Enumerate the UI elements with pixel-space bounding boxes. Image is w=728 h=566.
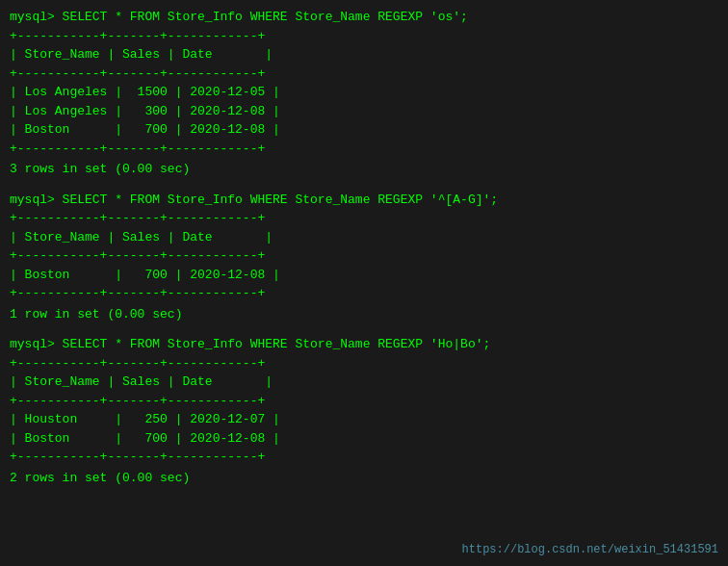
table-3: +-----------+-------+------------+ | Sto… xyxy=(10,354,718,467)
query-block-3: mysql> SELECT * FROM Store_Info WHERE St… xyxy=(10,335,718,487)
command-3: mysql> SELECT * FROM Store_Info WHERE St… xyxy=(10,335,718,354)
watermark: https://blog.csdn.net/weixin_51431591 xyxy=(462,543,718,556)
result-1: 3 rows in set (0.00 sec) xyxy=(10,160,718,179)
terminal-window: mysql> SELECT * FROM Store_Info WHERE St… xyxy=(10,8,718,487)
result-2: 1 row in set (0.00 sec) xyxy=(10,305,718,324)
query-block-2: mysql> SELECT * FROM Store_Info WHERE St… xyxy=(10,191,718,324)
command-1: mysql> SELECT * FROM Store_Info WHERE St… xyxy=(10,8,718,27)
table-1: +-----------+-------+------------+ | Sto… xyxy=(10,27,718,159)
table-2: +-----------+-------+------------+ | Sto… xyxy=(10,209,718,303)
query-block-1: mysql> SELECT * FROM Store_Info WHERE St… xyxy=(10,8,718,179)
command-2: mysql> SELECT * FROM Store_Info WHERE St… xyxy=(10,191,718,210)
result-3: 2 rows in set (0.00 sec) xyxy=(10,469,718,488)
